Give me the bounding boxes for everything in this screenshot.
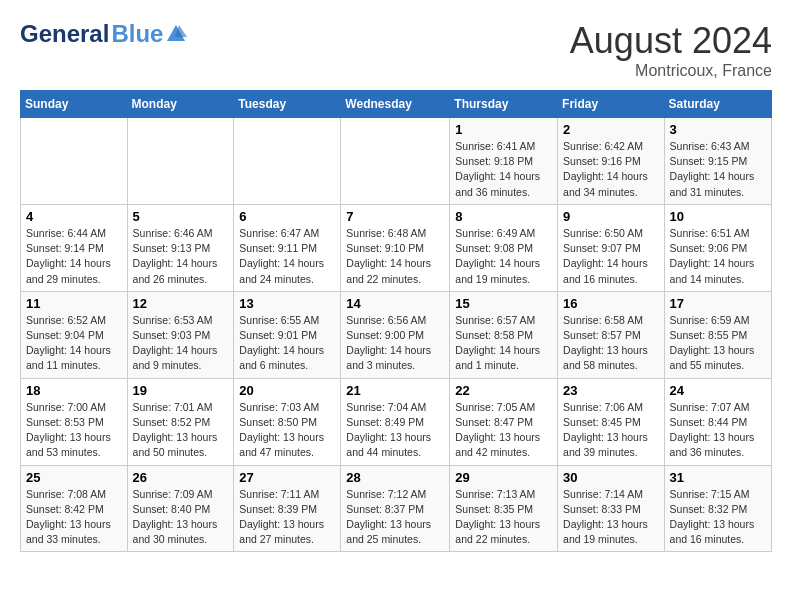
logo-icon [165, 23, 187, 45]
calendar-week-5: 25Sunrise: 7:08 AM Sunset: 8:42 PM Dayli… [21, 465, 772, 552]
day-number: 8 [455, 209, 552, 224]
day-header-wednesday: Wednesday [341, 91, 450, 118]
calendar-cell: 30Sunrise: 7:14 AM Sunset: 8:33 PM Dayli… [558, 465, 665, 552]
day-number: 5 [133, 209, 229, 224]
day-number: 2 [563, 122, 659, 137]
calendar-cell: 14Sunrise: 6:56 AM Sunset: 9:00 PM Dayli… [341, 291, 450, 378]
calendar-cell: 1Sunrise: 6:41 AM Sunset: 9:18 PM Daylig… [450, 118, 558, 205]
calendar-cell: 18Sunrise: 7:00 AM Sunset: 8:53 PM Dayli… [21, 378, 128, 465]
day-info: Sunrise: 7:13 AM Sunset: 8:35 PM Dayligh… [455, 487, 552, 548]
day-info: Sunrise: 6:58 AM Sunset: 8:57 PM Dayligh… [563, 313, 659, 374]
calendar-cell: 22Sunrise: 7:05 AM Sunset: 8:47 PM Dayli… [450, 378, 558, 465]
day-number: 6 [239, 209, 335, 224]
day-number: 25 [26, 470, 122, 485]
day-info: Sunrise: 6:56 AM Sunset: 9:00 PM Dayligh… [346, 313, 444, 374]
calendar-cell: 11Sunrise: 6:52 AM Sunset: 9:04 PM Dayli… [21, 291, 128, 378]
calendar-cell: 7Sunrise: 6:48 AM Sunset: 9:10 PM Daylig… [341, 204, 450, 291]
day-number: 14 [346, 296, 444, 311]
day-info: Sunrise: 6:49 AM Sunset: 9:08 PM Dayligh… [455, 226, 552, 287]
day-number: 27 [239, 470, 335, 485]
day-number: 9 [563, 209, 659, 224]
calendar-cell: 9Sunrise: 6:50 AM Sunset: 9:07 PM Daylig… [558, 204, 665, 291]
day-number: 17 [670, 296, 766, 311]
calendar-cell: 8Sunrise: 6:49 AM Sunset: 9:08 PM Daylig… [450, 204, 558, 291]
day-number: 29 [455, 470, 552, 485]
calendar-cell [127, 118, 234, 205]
calendar-cell: 15Sunrise: 6:57 AM Sunset: 8:58 PM Dayli… [450, 291, 558, 378]
calendar-cell: 5Sunrise: 6:46 AM Sunset: 9:13 PM Daylig… [127, 204, 234, 291]
day-info: Sunrise: 6:59 AM Sunset: 8:55 PM Dayligh… [670, 313, 766, 374]
logo-general: General [20, 20, 109, 48]
calendar-cell: 3Sunrise: 6:43 AM Sunset: 9:15 PM Daylig… [664, 118, 771, 205]
calendar-week-2: 4Sunrise: 6:44 AM Sunset: 9:14 PM Daylig… [21, 204, 772, 291]
calendar-cell: 16Sunrise: 6:58 AM Sunset: 8:57 PM Dayli… [558, 291, 665, 378]
title-block: August 2024 Montricoux, France [570, 20, 772, 80]
day-header-friday: Friday [558, 91, 665, 118]
day-info: Sunrise: 6:57 AM Sunset: 8:58 PM Dayligh… [455, 313, 552, 374]
calendar-cell: 12Sunrise: 6:53 AM Sunset: 9:03 PM Dayli… [127, 291, 234, 378]
day-info: Sunrise: 7:08 AM Sunset: 8:42 PM Dayligh… [26, 487, 122, 548]
day-info: Sunrise: 6:48 AM Sunset: 9:10 PM Dayligh… [346, 226, 444, 287]
day-number: 18 [26, 383, 122, 398]
calendar-cell: 19Sunrise: 7:01 AM Sunset: 8:52 PM Dayli… [127, 378, 234, 465]
day-header-monday: Monday [127, 91, 234, 118]
calendar-table: SundayMondayTuesdayWednesdayThursdayFrid… [20, 90, 772, 552]
day-info: Sunrise: 6:53 AM Sunset: 9:03 PM Dayligh… [133, 313, 229, 374]
day-number: 7 [346, 209, 444, 224]
day-number: 20 [239, 383, 335, 398]
calendar-cell: 29Sunrise: 7:13 AM Sunset: 8:35 PM Dayli… [450, 465, 558, 552]
calendar-cell [21, 118, 128, 205]
calendar-week-1: 1Sunrise: 6:41 AM Sunset: 9:18 PM Daylig… [21, 118, 772, 205]
day-info: Sunrise: 6:55 AM Sunset: 9:01 PM Dayligh… [239, 313, 335, 374]
day-number: 4 [26, 209, 122, 224]
day-number: 1 [455, 122, 552, 137]
calendar-cell: 4Sunrise: 6:44 AM Sunset: 9:14 PM Daylig… [21, 204, 128, 291]
day-number: 30 [563, 470, 659, 485]
calendar-cell [341, 118, 450, 205]
day-number: 15 [455, 296, 552, 311]
day-info: Sunrise: 7:04 AM Sunset: 8:49 PM Dayligh… [346, 400, 444, 461]
calendar-cell: 17Sunrise: 6:59 AM Sunset: 8:55 PM Dayli… [664, 291, 771, 378]
day-number: 12 [133, 296, 229, 311]
day-number: 28 [346, 470, 444, 485]
calendar-cell: 2Sunrise: 6:42 AM Sunset: 9:16 PM Daylig… [558, 118, 665, 205]
day-number: 13 [239, 296, 335, 311]
calendar-cell: 28Sunrise: 7:12 AM Sunset: 8:37 PM Dayli… [341, 465, 450, 552]
day-info: Sunrise: 7:00 AM Sunset: 8:53 PM Dayligh… [26, 400, 122, 461]
logo-blue: Blue [111, 20, 163, 48]
day-info: Sunrise: 7:14 AM Sunset: 8:33 PM Dayligh… [563, 487, 659, 548]
calendar-week-3: 11Sunrise: 6:52 AM Sunset: 9:04 PM Dayli… [21, 291, 772, 378]
day-number: 19 [133, 383, 229, 398]
day-info: Sunrise: 6:43 AM Sunset: 9:15 PM Dayligh… [670, 139, 766, 200]
day-header-saturday: Saturday [664, 91, 771, 118]
calendar-cell: 21Sunrise: 7:04 AM Sunset: 8:49 PM Dayli… [341, 378, 450, 465]
day-info: Sunrise: 7:05 AM Sunset: 8:47 PM Dayligh… [455, 400, 552, 461]
day-number: 16 [563, 296, 659, 311]
day-info: Sunrise: 7:03 AM Sunset: 8:50 PM Dayligh… [239, 400, 335, 461]
day-number: 3 [670, 122, 766, 137]
calendar-cell: 13Sunrise: 6:55 AM Sunset: 9:01 PM Dayli… [234, 291, 341, 378]
logo: General Blue [20, 20, 187, 48]
calendar-cell: 10Sunrise: 6:51 AM Sunset: 9:06 PM Dayli… [664, 204, 771, 291]
calendar-cell: 6Sunrise: 6:47 AM Sunset: 9:11 PM Daylig… [234, 204, 341, 291]
day-info: Sunrise: 6:46 AM Sunset: 9:13 PM Dayligh… [133, 226, 229, 287]
calendar-header-row: SundayMondayTuesdayWednesdayThursdayFrid… [21, 91, 772, 118]
day-number: 24 [670, 383, 766, 398]
day-number: 21 [346, 383, 444, 398]
day-info: Sunrise: 7:11 AM Sunset: 8:39 PM Dayligh… [239, 487, 335, 548]
day-header-sunday: Sunday [21, 91, 128, 118]
day-info: Sunrise: 7:12 AM Sunset: 8:37 PM Dayligh… [346, 487, 444, 548]
calendar-cell: 26Sunrise: 7:09 AM Sunset: 8:40 PM Dayli… [127, 465, 234, 552]
day-info: Sunrise: 6:41 AM Sunset: 9:18 PM Dayligh… [455, 139, 552, 200]
page-header: General Blue August 2024 Montricoux, Fra… [20, 20, 772, 80]
calendar-week-4: 18Sunrise: 7:00 AM Sunset: 8:53 PM Dayli… [21, 378, 772, 465]
day-header-thursday: Thursday [450, 91, 558, 118]
calendar-cell [234, 118, 341, 205]
day-info: Sunrise: 7:09 AM Sunset: 8:40 PM Dayligh… [133, 487, 229, 548]
day-header-tuesday: Tuesday [234, 91, 341, 118]
day-info: Sunrise: 7:06 AM Sunset: 8:45 PM Dayligh… [563, 400, 659, 461]
calendar-cell: 25Sunrise: 7:08 AM Sunset: 8:42 PM Dayli… [21, 465, 128, 552]
calendar-cell: 27Sunrise: 7:11 AM Sunset: 8:39 PM Dayli… [234, 465, 341, 552]
day-info: Sunrise: 6:52 AM Sunset: 9:04 PM Dayligh… [26, 313, 122, 374]
day-number: 26 [133, 470, 229, 485]
